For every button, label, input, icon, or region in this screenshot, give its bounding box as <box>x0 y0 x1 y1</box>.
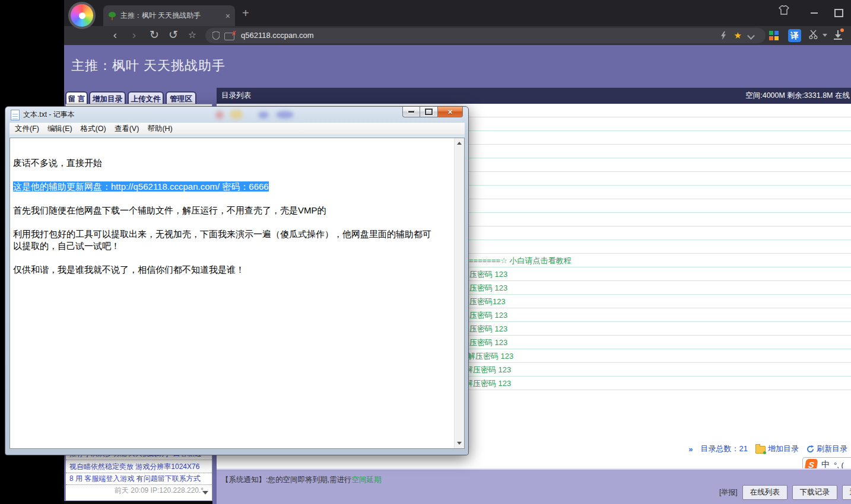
notepad-line <box>13 169 454 181</box>
history-button[interactable]: ↺ <box>166 26 180 45</box>
report-link[interactable]: [举报] <box>719 487 738 497</box>
browser-toolbar: ‹ › ↻ ↺ ☆ ✗ q562118.cccpan.com ★ 译 <box>64 26 851 45</box>
notepad-file-icon <box>11 110 20 120</box>
refresh-directory-button[interactable]: 刷新目录 <box>806 444 847 454</box>
notepad-maximize-button[interactable] <box>420 107 438 117</box>
notepad-text-area[interactable]: 废话不多说，直接开始 这是他的辅助更新网盘：http://q562118.ccc… <box>9 138 465 449</box>
notepad-line: 利用我打包好的工具可以提取出来，无视加壳，下面我来演示一遍（傻瓜式操作），他网盘… <box>13 228 454 240</box>
message-link[interactable]: 视自瞄依然稳定奕放 游戏分辨率1024X76 <box>66 461 212 473</box>
exit-system-button[interactable]: 退出系统 <box>842 485 851 500</box>
notepad-menu[interactable]: 文件(F) <box>15 124 39 134</box>
tab-favicon-tree-icon <box>108 12 116 20</box>
reload-button[interactable]: ↻ <box>147 26 161 45</box>
site-shield-icon[interactable] <box>212 31 220 40</box>
add-directory-button[interactable]: 增加目录 <box>755 444 799 454</box>
downloads-icon[interactable] <box>833 30 843 40</box>
notepad-line <box>13 216 454 228</box>
notepad-scrollbar[interactable] <box>454 138 464 448</box>
window-maximize-button[interactable] <box>834 7 843 17</box>
favorite-star-icon[interactable]: ★ <box>734 28 742 43</box>
page-bottom-bar: 【系统通知】:您的空间即将到期,需进行空间延期 [举报] 在线列表下载记录退出系… <box>217 468 851 504</box>
selected-text: 这是他的辅助更新网盘：http://q562118.cccpan.com/ 密码… <box>13 181 269 192</box>
page-title: 主推：枫叶 天天挑战助手 <box>71 57 226 75</box>
browser-tab[interactable]: 主推：枫叶 天天挑战助手 × <box>103 5 235 26</box>
notepad-titlebar[interactable]: 文本.txt - 记事本 × <box>5 107 468 123</box>
url-text[interactable]: q562118.cccpan.com <box>241 28 314 43</box>
notepad-line: 废话不多说，直接开始 <box>13 157 454 169</box>
refresh-icon <box>806 445 814 453</box>
bookmark-star-button[interactable]: ☆ <box>185 26 199 45</box>
system-notice: 【系统通知】:您的空间即将到期,需进行空间延期 <box>221 475 381 485</box>
new-tab-button[interactable]: + <box>242 7 249 20</box>
notepad-line: 这是他的辅助更新网盘：http://q562118.cccpan.com/ 密码… <box>13 181 454 193</box>
browser-skin-icon[interactable] <box>779 5 789 15</box>
notepad-menubar: 文件(F)编辑(E)格式(O)查看(V)帮助(H) <box>9 123 465 135</box>
sidebar-scroll-down-icon[interactable] <box>202 491 208 495</box>
desktop: 主推：枫叶 天天挑战助手 × + ‹ › ↻ ↺ ☆ ✗ q562118.ccc… <box>0 0 851 504</box>
page-tabstrip: 留 言增加目录上传文件管理区 <box>64 88 217 106</box>
notepad-menu[interactable]: 查看(V) <box>115 124 139 134</box>
notepad-line <box>13 252 454 264</box>
online-list-button[interactable]: 在线列表 <box>742 485 788 500</box>
browser-titlebar: 主推：枫叶 天天挑战助手 × + <box>64 0 851 26</box>
notepad-line: 仅供和谐，我是谁我就不说了，相信你们都不知道我是谁！ <box>13 264 454 276</box>
translate-icon[interactable]: 译 <box>788 29 801 42</box>
double-arrow-icon: » <box>688 445 693 454</box>
directory-total: 目录总数：21 <box>701 444 748 454</box>
download-badge <box>840 28 844 32</box>
directory-list-title: 目录列表 <box>221 88 251 103</box>
scroll-up-icon[interactable] <box>457 142 462 145</box>
images-blocked-icon[interactable]: ✗ <box>224 33 234 40</box>
browser-logo-icon[interactable] <box>68 2 96 29</box>
tab-close-icon[interactable]: × <box>226 11 230 21</box>
notepad-menu[interactable]: 帮助(H) <box>147 124 172 134</box>
notepad-close-button[interactable]: × <box>438 107 463 117</box>
address-bar[interactable]: ✗ q562118.cccpan.com ★ <box>205 28 766 43</box>
notepad-line <box>13 145 454 157</box>
lightning-icon[interactable] <box>720 31 726 40</box>
folder-add-icon <box>755 446 766 454</box>
download-history-button[interactable]: 下载记录 <box>792 485 837 500</box>
notepad-menu[interactable]: 编辑(E) <box>47 124 72 134</box>
space-info: 空间:4000M 剩余:3331.8M 在线 <box>745 88 850 103</box>
bottom-buttons: [举报] 在线列表下载记录退出系统 <box>719 485 851 500</box>
notepad-line <box>13 193 454 205</box>
back-button[interactable]: ‹ <box>108 26 122 45</box>
screenshot-scissors-icon[interactable] <box>808 29 819 40</box>
apps-grid-icon[interactable] <box>769 31 779 40</box>
notepad-line: 首先我们随便在他网盘下载一个辅助文件，解压运行，不用查壳了，壳是VMP的 <box>13 205 454 216</box>
list-footer: » 目录总数：21 增加目录 刷新目录 <box>688 442 847 456</box>
space-renewal-link[interactable]: 空间延期 <box>351 476 381 484</box>
message-link[interactable]: 8 用 客服端登入游戏 有问题留下联系方式 <box>66 473 212 485</box>
forward-button[interactable]: › <box>127 26 141 45</box>
scroll-down-icon[interactable] <box>457 442 462 445</box>
notepad-minimize-button[interactable] <box>402 107 420 117</box>
window-minimize-button[interactable] <box>811 7 818 14</box>
sidebar-bottom-edge <box>64 501 212 504</box>
message-timestamp: 前天 20:09 IP:120.228.220.* <box>66 485 212 497</box>
directory-list-header: 目录列表 空间:4000M 剩余:3331.8M 在线 <box>217 88 851 104</box>
chevron-down-icon[interactable] <box>747 32 755 40</box>
scissors-dropdown-caret[interactable] <box>823 34 827 37</box>
tab-title: 主推：枫叶 天天挑战助手 <box>120 11 222 21</box>
notepad-line: 以提取的，自己试一试吧！ <box>13 240 454 252</box>
notepad-window: 文本.txt - 记事本 × 文件(F)编辑(E)格式(O)查看(V)帮助(H)… <box>5 106 469 455</box>
notepad-menu[interactable]: 格式(O) <box>81 124 106 134</box>
notepad-title: 文本.txt - 记事本 <box>23 110 75 120</box>
